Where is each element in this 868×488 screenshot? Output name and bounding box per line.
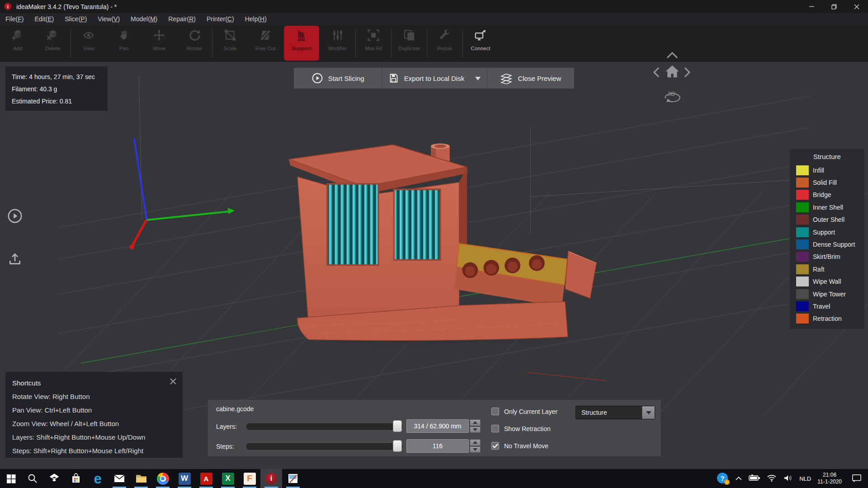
menu-repair[interactable]: Repair(R) bbox=[163, 13, 201, 25]
legend-swatch bbox=[796, 215, 809, 225]
steps-spin-up[interactable] bbox=[470, 439, 481, 446]
close-icon[interactable] bbox=[169, 376, 177, 385]
tray-expand-icon[interactable] bbox=[735, 475, 742, 482]
chevron-down-icon[interactable] bbox=[475, 75, 481, 82]
steps-value[interactable]: 116 bbox=[406, 439, 469, 453]
hand-icon bbox=[117, 28, 131, 42]
tool-add[interactable]: Add bbox=[0, 25, 35, 62]
legend-swatch bbox=[796, 165, 809, 175]
language-indicator[interactable]: NLD bbox=[799, 475, 811, 482]
tool-repair[interactable]: Repair bbox=[427, 25, 462, 62]
menu-model[interactable]: Model(M) bbox=[125, 13, 163, 25]
taskbar-fusion360-icon[interactable]: F bbox=[239, 469, 260, 488]
title-bar: i ideaMaker 3.4.2 (Tevo Tarantula) - * bbox=[0, 0, 868, 13]
tool-connect[interactable]: Connect bbox=[463, 25, 498, 62]
legend-label: Dense Support bbox=[813, 241, 855, 248]
x-axis bbox=[132, 221, 146, 246]
taskbar-excel-icon[interactable]: X bbox=[217, 469, 239, 488]
taskbar-ideamaker-icon[interactable]: i bbox=[260, 469, 282, 488]
steps-slider[interactable] bbox=[246, 443, 402, 450]
tool-modifier[interactable]: Modifier bbox=[320, 25, 355, 62]
taskbar-paint-icon[interactable] bbox=[282, 469, 304, 488]
chevron-down-icon[interactable] bbox=[642, 406, 655, 419]
start-slicing-button[interactable]: Start Slicing bbox=[294, 68, 382, 89]
legend-item-outer-shell: Outer Shell bbox=[790, 214, 864, 226]
taskbar-word-icon[interactable]: W bbox=[174, 469, 195, 488]
minimize-button[interactable] bbox=[800, 0, 823, 13]
legend-swatch bbox=[796, 289, 809, 299]
battery-icon[interactable] bbox=[749, 474, 760, 483]
checkbox-unchecked[interactable] bbox=[491, 408, 499, 415]
tool-max-fit[interactable]: Max Fit bbox=[356, 25, 391, 62]
view-right-icon[interactable] bbox=[684, 67, 691, 80]
gcode-filename: cabine.gcode bbox=[216, 405, 254, 413]
tool-scale[interactable]: Scale bbox=[212, 25, 248, 62]
action-center-icon[interactable] bbox=[852, 474, 862, 484]
legend-item-travel: Travel bbox=[790, 300, 864, 312]
taskbar-chrome-icon[interactable] bbox=[152, 469, 174, 488]
play-animation-icon[interactable] bbox=[7, 208, 23, 225]
tool-free-cut[interactable]: Free Cut bbox=[248, 25, 283, 62]
taskbar-start-icon[interactable] bbox=[0, 469, 22, 488]
tool-rotate[interactable]: Rotate bbox=[177, 25, 212, 62]
viewport-3d[interactable]: Time: 4 hours, 27 min, 37 secFilament: 4… bbox=[0, 62, 868, 469]
menu-slice[interactable]: Slice(P) bbox=[59, 13, 92, 25]
steps-slider-handle[interactable] bbox=[393, 440, 402, 452]
layers-value[interactable]: 314 / 62.900 mm bbox=[406, 419, 469, 433]
menu-edit[interactable]: Edit(E) bbox=[29, 13, 59, 25]
close-button[interactable] bbox=[845, 0, 868, 13]
layers-label: Layers: bbox=[216, 423, 245, 430]
checkbox-no-travel-move[interactable]: No Travel Move bbox=[491, 442, 548, 450]
taskbar-dropbox-icon[interactable] bbox=[43, 469, 65, 488]
legend-label: Outer Shell bbox=[813, 216, 844, 223]
tool-duplicate[interactable]: Duplicate bbox=[392, 25, 427, 62]
tool-pan[interactable]: Pan bbox=[106, 25, 142, 62]
menu-view[interactable]: View(V) bbox=[92, 13, 125, 25]
taskbar-file-explorer-icon[interactable] bbox=[130, 469, 152, 488]
taskbar-search-icon[interactable] bbox=[22, 469, 43, 488]
layers-slider[interactable] bbox=[246, 423, 402, 430]
tool-support[interactable]: Support bbox=[284, 26, 319, 61]
taskbar-store-icon[interactable] bbox=[65, 469, 87, 488]
checkbox-only-current-layer[interactable]: Only Current Layer bbox=[491, 408, 557, 415]
layers-spin-down[interactable] bbox=[470, 427, 481, 433]
close-preview-button[interactable]: Close Preview bbox=[487, 68, 574, 89]
home-view-icon[interactable] bbox=[665, 65, 679, 80]
legend-swatch bbox=[796, 202, 809, 212]
checkbox-label: Show Retraction bbox=[504, 425, 551, 432]
layers-slider-handle[interactable] bbox=[393, 420, 402, 432]
taskbar-edge-icon[interactable]: e bbox=[87, 469, 108, 488]
taskbar-mail-icon[interactable] bbox=[108, 469, 130, 488]
export-to-local-disk-button[interactable]: Export to Local Disk bbox=[382, 68, 486, 89]
legend-item-infill: Infill bbox=[790, 164, 864, 176]
view-left-icon[interactable] bbox=[653, 67, 660, 80]
upload-icon[interactable] bbox=[7, 252, 23, 268]
speaker-icon[interactable] bbox=[783, 474, 793, 483]
structure-dropdown[interactable]: Structure bbox=[576, 406, 655, 419]
checkbox-show-retraction[interactable]: Show Retraction bbox=[491, 425, 551, 432]
tool-view[interactable]: View bbox=[71, 25, 106, 62]
menu-printer[interactable]: Printer(C) bbox=[201, 13, 240, 25]
menu-file[interactable]: File(F) bbox=[0, 13, 29, 25]
wifi-icon[interactable] bbox=[767, 474, 777, 483]
play-circle-icon bbox=[311, 72, 323, 84]
checkbox-checked[interactable] bbox=[491, 442, 499, 450]
tool-move[interactable]: Move bbox=[142, 25, 177, 62]
steps-spin-down[interactable] bbox=[470, 446, 481, 453]
tool-delete[interactable]: Delete bbox=[35, 25, 71, 62]
menu-help[interactable]: Help(H) bbox=[240, 13, 272, 25]
model-bow bbox=[565, 251, 596, 298]
taskbar-acrobat-icon[interactable]: A bbox=[195, 469, 217, 488]
free-cut-icon bbox=[258, 28, 273, 42]
view-up-icon[interactable] bbox=[665, 51, 679, 61]
legend-item-retraction: Retraction bbox=[790, 313, 864, 325]
taskbar-clock[interactable]: 21:06 11-1-2020 bbox=[817, 472, 842, 485]
help-bubble-icon[interactable]: ? i bbox=[717, 473, 729, 484]
layers-spin-up[interactable] bbox=[470, 419, 481, 426]
legend-item-dense-support: Dense Support bbox=[790, 238, 864, 250]
duplicate-icon bbox=[402, 28, 416, 42]
rotate-3d-icon[interactable]: 3D bbox=[662, 87, 681, 105]
checkbox-unchecked[interactable] bbox=[491, 425, 499, 432]
restore-button[interactable] bbox=[823, 0, 845, 13]
gcode-panel: cabine.gcode Layers: 314 / 62.900 mm Ste… bbox=[208, 400, 661, 456]
